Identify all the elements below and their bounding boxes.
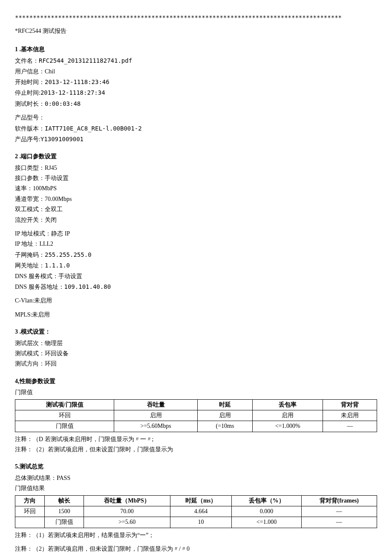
section2-body-d: MPLS:未启用 [15, 310, 377, 320]
cell: 启用 [252, 410, 323, 421]
cell: 4.664 [170, 506, 232, 517]
s5-note2: 注释：（2）若测试项启用，但未设置门限时，门限值显示为〃/〃0 [15, 544, 377, 554]
th-col: 丢包率 [252, 399, 323, 410]
ipmode-label: IP 地址模式： [15, 230, 51, 237]
serial-value: Y13091009001 [40, 136, 84, 142]
mode-value: 环回设备 [45, 350, 69, 357]
cell: — [301, 506, 377, 517]
section1-header: 1 .基本信息 [15, 45, 377, 54]
serial-label: 产品序号: [15, 136, 40, 142]
section3-header: 3 .模式设置： [15, 327, 377, 337]
stop-value: 2013-12-1118:27:34 [40, 89, 105, 96]
bw-label: 通道带宽： [15, 196, 45, 202]
duration-label: 测试时长： [15, 101, 45, 107]
user-label: 用户信息： [15, 68, 45, 75]
stop-label: 停止时间: [15, 90, 40, 96]
divider-line: ****************************************… [15, 13, 377, 22]
mpls-value: 未启用 [32, 311, 50, 318]
gw-label: 网关地址： [15, 262, 45, 269]
flow-label: 流控开关： [15, 217, 45, 223]
overall-result: 总体测试结果：PASS [15, 474, 377, 483]
model-label: 产品型号： [15, 114, 45, 121]
cell: >=5.60Mbps [114, 421, 198, 432]
s4-note1: 注释：（D 若测试项未启用时，门限值显示为〃一〃; [15, 435, 377, 444]
cell: 门限值 [44, 517, 84, 528]
section2-body-c: C-Vlan:未启用 [15, 296, 377, 305]
mask-label: 子网掩码： [15, 252, 45, 258]
cell: — [323, 421, 377, 432]
gw-value: 1.1.1.0 [45, 262, 70, 269]
th-col: 时延（ms） [170, 495, 232, 506]
s5-note1: 注释：（1）若测试项未启用时，结果值显示为“一”； [15, 531, 377, 540]
dns-label: DNS 服务器地址： [15, 284, 64, 290]
cell: 1500 [44, 506, 84, 517]
section2-body-b: IP 地址模式：静态 IP IP 地址：LLL2 子网掩码：255.255.25… [15, 229, 377, 292]
cell [15, 517, 45, 528]
section4-header: 4,性能参数设置 [15, 377, 377, 386]
sw-label: 软件版本： [15, 125, 45, 132]
ipmode-value: 静态 IP [51, 230, 70, 237]
th-col: 吞吐量 [114, 399, 198, 410]
section5-header: 5.测试总览 [15, 462, 377, 471]
layer-value: 物理层 [45, 340, 63, 346]
cell: 启用 [114, 410, 198, 421]
rate-label: 速率： [15, 185, 33, 192]
th-col: 测试项/门限值 [15, 399, 114, 410]
th-col: 背对背(frames) [301, 495, 377, 506]
section2-header: 2 .端口参数设置 [15, 152, 377, 161]
cell: 启用 [198, 410, 253, 421]
filename-label: 文件名： [15, 58, 39, 64]
iface-type-label: 接口类型： [15, 165, 45, 171]
th-col: 时延 [198, 399, 253, 410]
table-row: 门限值 >=5.60Mbps (=10ms <=1.000% — [15, 421, 377, 432]
th-col: 方向 [15, 495, 45, 506]
iface-type-value: RJ45 [45, 165, 57, 171]
section4-sub: 门限值 [15, 388, 377, 397]
cvlan-label: C-Vlan: [15, 297, 34, 304]
cell: 环回 [15, 506, 45, 517]
mpls-label: MPLS: [15, 311, 32, 318]
cvlan-value: 未启用 [34, 297, 52, 304]
duration-value: 0:00:03:48 [45, 100, 81, 107]
user-value: Chil [45, 68, 55, 75]
filename-value: RFC2544_20131211182741.pdf [39, 57, 132, 64]
duplex-value: 全双工 [45, 206, 63, 212]
report-title: *RFC2544 测试报告 [15, 26, 377, 36]
th-col: 背对背 [323, 399, 377, 410]
ip-label: IP 地址： [15, 241, 39, 247]
dir-label: 测试方向： [15, 360, 45, 367]
th-col: 帧长 [44, 495, 84, 506]
start-label: 开始时间： [15, 79, 45, 85]
table-row: 门限值 >=5.60 10 <=1.000 — [15, 517, 377, 528]
cell: 门限值 [15, 421, 114, 432]
overall-value: PASS [57, 475, 70, 481]
table-row: 环回 1500 70.00 4.664 0.000 — [15, 506, 377, 517]
dnsmode-value: 手动设置 [58, 273, 82, 279]
cell: >=5.60 [84, 517, 170, 528]
th-col: 丢包率（%） [232, 495, 301, 506]
iface-param-label: 接口参数： [15, 175, 45, 181]
cell: 10 [170, 517, 232, 528]
section3-body: 测试层次：物理层 测试模式：环回设备 测试方向：环回 [15, 339, 377, 369]
duplex-label: 双工模式： [15, 206, 45, 212]
cell: 70.00 [84, 506, 170, 517]
threshold-table: 测试项/门限值 吞吐量 时延 丢包率 背对背 环回 启用 启用 启用 未启用 门… [15, 399, 377, 432]
result-table: 方向 帧长 吞吐量（MbPS） 时延（ms） 丢包率（%） 背对背(frames… [15, 495, 377, 528]
s4-note2: 注释：（2）若测试项启用，但未设置门限时，门限值显示为 [15, 445, 377, 454]
cell: <=1.000 [232, 517, 301, 528]
mask-value: 255.255.255.0 [45, 251, 92, 258]
iface-param-value: 手动设置 [45, 175, 69, 181]
bw-value: 70.00Mbps [45, 196, 72, 202]
overall-label: 总体测试结果： [15, 475, 57, 481]
table-row: 环回 启用 启用 启用 未启用 [15, 410, 377, 421]
layer-label: 测试层次： [15, 340, 45, 346]
dnsmode-label: DNS 服务模式： [15, 273, 58, 279]
section1-body: 文件名：RFC2544_20131211182741.pdf 用户信息：Chil… [15, 56, 377, 109]
section1b-body: 产品型号： 软件版本：IATT710E_AC8_REL-l.00B001-2 产… [15, 113, 377, 144]
cell: 未启用 [323, 410, 377, 421]
dir-value: 环回 [45, 360, 57, 367]
start-value: 2013-12-1118:23:46 [45, 78, 110, 85]
flow-value: 关闭 [45, 217, 57, 223]
cell: 0.000 [232, 506, 301, 517]
dns-value: 109.101.40.80 [64, 283, 111, 290]
